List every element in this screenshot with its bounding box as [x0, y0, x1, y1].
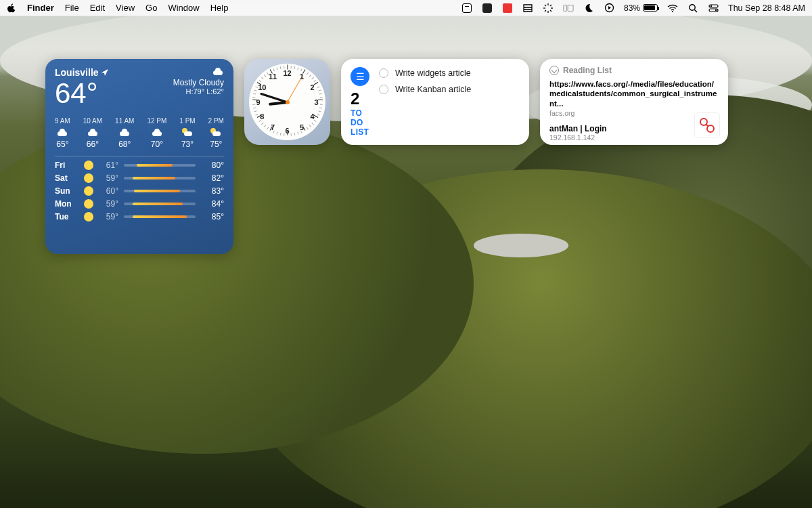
- reminders-title: TO DO LIST: [351, 108, 371, 137]
- reminders-widget[interactable]: ☰ 2 TO DO LIST Write widgets articleWrit…: [341, 59, 529, 145]
- svg-point-12: [690, 4, 695, 9]
- reminder-task[interactable]: Write widgets article: [379, 68, 520, 78]
- reading-item-1-source: facs.org: [549, 109, 719, 117]
- daily-row: Tue59°85°: [55, 212, 224, 221]
- clock-number: 10: [258, 83, 266, 91]
- cloud-icon: [212, 67, 224, 75]
- weather-widget[interactable]: Louisville 64° Mostly Cloudy H:79° L:62°…: [45, 59, 233, 254]
- control-center-icon[interactable]: [708, 3, 719, 14]
- cloud-icon: [151, 128, 163, 136]
- task-label: Write Kanban article: [395, 85, 471, 94]
- daily-row: Fri61°80°: [55, 161, 224, 170]
- cloud-icon: [56, 128, 68, 136]
- svg-line-13: [695, 9, 698, 12]
- hourly-item: 1 PM73°: [179, 117, 195, 149]
- suncloud-icon: [182, 128, 193, 136]
- cloud-icon: [118, 128, 131, 136]
- sun-icon: [84, 173, 93, 183]
- menu-view[interactable]: View: [116, 3, 135, 13]
- minute-hand: [260, 92, 288, 103]
- status-moon-icon[interactable]: [583, 3, 594, 14]
- reading-list-widget[interactable]: Reading List https://www.facs.org/-/medi…: [540, 59, 728, 145]
- suncloud-icon: [210, 128, 221, 136]
- status-icon-2[interactable]: [482, 3, 493, 14]
- svg-line-5: [550, 10, 551, 12]
- clock-widget[interactable]: 123456789101112: [244, 59, 330, 145]
- task-checkbox[interactable]: [379, 68, 388, 78]
- hourly-item: 11 AM68°: [115, 117, 134, 149]
- hourly-item: 2 PM75°: [208, 117, 224, 149]
- app-name[interactable]: Finder: [27, 3, 54, 13]
- reminders-list-icon: ☰: [351, 67, 369, 86]
- task-checkbox[interactable]: [379, 85, 388, 94]
- daily-row: Sun60°83°: [55, 186, 224, 196]
- svg-point-15: [710, 5, 711, 6]
- sun-icon: [84, 199, 93, 209]
- clock-number: 12: [283, 69, 291, 77]
- reading-item-2-title[interactable]: antMan | Login: [549, 124, 719, 133]
- svg-line-7: [550, 5, 551, 6]
- weather-temp: 64°: [55, 79, 108, 108]
- reading-item-2-source: 192.168.1.142: [549, 133, 719, 142]
- hourly-item: 9 AM65°: [55, 117, 70, 149]
- status-stage-icon[interactable]: [563, 3, 574, 14]
- svg-line-20: [706, 124, 708, 127]
- cloud-icon: [87, 128, 99, 136]
- reading-item-thumbnail: [694, 112, 720, 138]
- menu-bar: Finder File Edit View Go Window Help 83%…: [0, 0, 812, 16]
- clock-number: 1: [300, 72, 304, 81]
- svg-point-11: [672, 11, 673, 12]
- status-tray-icon[interactable]: [522, 3, 533, 14]
- daily-forecast: Fri61°80°Sat59°82°Sun60°83°Mon59°84°Tue5…: [55, 161, 224, 221]
- sun-icon: [84, 186, 93, 196]
- status-play-icon[interactable]: [604, 3, 614, 14]
- weather-hilo: H:79° L:62°: [173, 87, 224, 96]
- hourly-forecast: 9 AM65°10 AM66°11 AM68°12 PM70°1 PM73°2 …: [55, 117, 224, 156]
- hourly-item: 10 AM66°: [83, 117, 102, 149]
- battery-icon: [643, 4, 658, 12]
- menu-help[interactable]: Help: [210, 3, 229, 13]
- reminder-task[interactable]: Write Kanban article: [379, 85, 520, 94]
- battery-status[interactable]: 83%: [624, 3, 658, 13]
- status-brightness-icon[interactable]: [543, 3, 554, 14]
- wifi-icon[interactable]: [667, 3, 678, 14]
- status-icon-3[interactable]: [502, 3, 513, 14]
- menu-go[interactable]: Go: [145, 3, 157, 13]
- menu-window[interactable]: Window: [168, 3, 199, 13]
- reading-list-header: Reading List: [563, 66, 612, 75]
- reading-item-1-title[interactable]: https://www.facs.org/-/media/files/educa…: [549, 79, 719, 108]
- sun-icon: [84, 212, 93, 221]
- status-icon-1[interactable]: [461, 3, 472, 14]
- menu-file[interactable]: File: [65, 3, 79, 13]
- battery-percent: 83%: [624, 3, 640, 13]
- task-label: Write widgets article: [395, 68, 471, 78]
- reminders-count: 2: [351, 89, 371, 108]
- spotlight-icon[interactable]: [687, 3, 698, 14]
- svg-rect-9: [568, 5, 573, 11]
- daily-row: Mon59°84°: [55, 199, 224, 209]
- svg-line-4: [545, 5, 546, 6]
- safari-compass-icon: [549, 66, 559, 75]
- svg-rect-8: [564, 5, 566, 11]
- sun-icon: [84, 161, 93, 170]
- location-arrow-icon: [102, 69, 108, 76]
- clock-face: 123456789101112: [249, 64, 325, 140]
- weather-location: Louisville: [55, 67, 99, 78]
- svg-point-17: [715, 9, 716, 10]
- weather-condition: Mostly Cloudy: [173, 78, 224, 87]
- clock-center-pin: [286, 100, 290, 104]
- clock-number: 11: [269, 72, 277, 81]
- svg-line-6: [545, 10, 546, 12]
- apple-menu-icon[interactable]: [7, 3, 16, 13]
- hourly-item: 12 PM70°: [147, 117, 166, 149]
- menubar-datetime[interactable]: Thu Sep 28 8:48 AM: [728, 3, 805, 13]
- daily-row: Sat59°82°: [55, 173, 224, 183]
- menu-edit[interactable]: Edit: [90, 3, 105, 13]
